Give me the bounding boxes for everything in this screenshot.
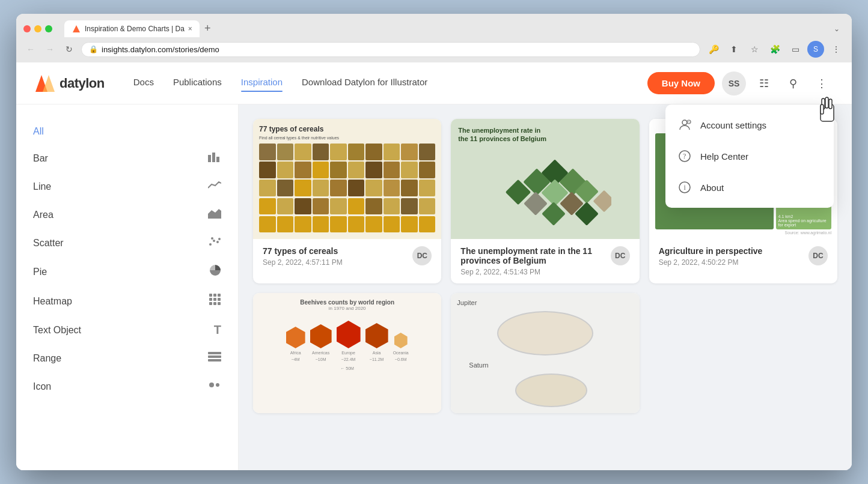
maximize-traffic-light[interactable] [45,25,52,32]
chart-title-agriculture: Agriculture in perspective [659,246,763,256]
about-label: About [700,183,724,193]
share-btn[interactable]: ⬆ [726,41,742,58]
svg-rect-16 [216,157,219,162]
app-header: datylon Docs Publications Inspiration Do… [16,62,852,104]
svg-rect-27 [213,298,216,301]
svg-point-35 [209,383,214,387]
svg-rect-14 [208,155,211,162]
tab-favicon [72,24,81,34]
svg-rect-15 [212,153,215,162]
line-chart-icon [208,180,221,193]
chat-icon-button[interactable]: ☷ [753,73,775,94]
chart-card-planets[interactable]: Jupiter Saturn [451,293,639,413]
sidebar-item-area[interactable]: Area [16,201,238,229]
account-settings-label: Account settings [700,120,766,130]
account-settings-icon [677,118,692,132]
traffic-lights [23,25,52,32]
browser-user-avatar[interactable]: S [807,41,824,58]
sidebar-item-all-label: All [33,126,221,137]
svg-point-20 [216,241,219,243]
svg-text:?: ? [683,152,686,160]
sidebar-toggle-btn[interactable]: ▭ [787,41,804,58]
lock-icon: 🔒 [89,45,98,53]
chart-thumbnail-belgium: The unemployment rate inthe 11 provinces… [451,119,639,239]
sidebar-item-line[interactable]: Line [16,172,238,201]
tab-close-button[interactable]: × [188,25,192,32]
svg-rect-29 [209,302,212,305]
sidebar-item-icon-label: Icon [33,381,208,392]
sidebar: All Bar Line [16,104,239,470]
svg-rect-32 [208,352,221,354]
sidebar-item-range-label: Range [33,353,208,364]
nav-inspiration[interactable]: Inspiration [241,77,283,89]
sidebar-item-bar[interactable]: Bar [16,144,238,172]
browser-actions: 🔑 ⬆ ☆ 🧩 ▭ S ⋮ [705,41,845,58]
svg-marker-0 [73,25,80,32]
help-center-item[interactable]: ? Help Center [665,141,834,172]
pie-chart-icon [209,264,221,279]
chart-card-cereals[interactable]: 77 types of cereals Find all cereal type… [253,119,441,283]
search-icon-button[interactable]: ⚲ [782,73,804,94]
header-actions: Buy Now SS ☷ ⚲ ⋮ [647,71,833,95]
svg-rect-31 [218,302,221,305]
chart-avatar-belgium: DC [611,246,630,265]
help-center-label: Help Center [700,151,748,162]
range-icon [208,351,221,365]
nav-download[interactable]: Download Datylon for Illustrator [302,77,427,89]
forward-button[interactable]: → [43,42,57,56]
sidebar-item-pie[interactable]: Pie [16,257,238,286]
sidebar-item-scatter[interactable]: Scatter [16,229,238,257]
url-text: insights.datylon.com/stories/demo [102,45,692,54]
about-item[interactable]: i About [665,172,834,203]
nav-docs[interactable]: Docs [133,77,154,89]
sidebar-item-heatmap[interactable]: Heatmap [16,286,238,316]
sidebar-item-range[interactable]: Range [16,344,238,372]
logo-area[interactable]: datylon [35,75,105,92]
minimize-traffic-light[interactable] [34,25,41,32]
bar-chart-icon [208,151,221,165]
tab-bar: Inspiration & Demo Charts | Da × + ⌄ [64,20,845,37]
chart-date-agriculture: Sep 2, 2022, 4:50:22 PM [659,258,763,267]
sidebar-item-text-object[interactable]: Text Object T [16,316,238,344]
svg-point-19 [213,240,215,242]
more-options-button[interactable]: ⋮ [811,73,833,94]
address-bar-row: ← → ↻ 🔒 insights.datylon.com/stories/dem… [16,37,852,62]
close-traffic-light[interactable] [23,25,31,32]
user-initials-avatar[interactable]: SS [722,71,746,95]
nav-links: Docs Publications Inspiration Download D… [133,77,647,89]
svg-rect-33 [208,355,221,358]
browser-window: Inspiration & Demo Charts | Da × + ⌄ ← →… [16,14,852,470]
app-content: datylon Docs Publications Inspiration Do… [16,62,852,470]
puzzle-btn[interactable]: 🧩 [766,41,783,58]
new-tab-button[interactable]: + [200,20,216,37]
active-tab[interactable]: Inspiration & Demo Charts | Da × [64,20,200,37]
address-bar[interactable]: 🔒 insights.datylon.com/stories/demo [81,42,700,57]
back-button[interactable]: ← [23,42,38,56]
chart-info-agriculture: Agriculture in perspective Sep 2, 2022, … [649,239,837,274]
dropdown-menu: Account settings ? Help Center [665,104,834,208]
datylon-logo-icon [35,75,55,92]
svg-point-18 [209,243,212,246]
key-icon-btn[interactable]: 🔑 [705,41,722,58]
svg-rect-23 [209,294,212,297]
sidebar-item-all[interactable]: All [16,119,238,144]
buy-now-button[interactable]: Buy Now [647,72,715,94]
bookmark-btn[interactable]: ☆ [746,41,763,58]
svg-text:i: i [684,183,686,192]
chart-card-belgium[interactable]: The unemployment rate inthe 11 provinces… [451,119,639,283]
chart-title-belgium: The unemployment rate in the 11 province… [460,246,610,265]
heatmap-icon [209,294,221,309]
browser-chrome: Inspiration & Demo Charts | Da × + ⌄ ← →… [16,14,852,62]
svg-point-22 [218,238,221,240]
nav-publications[interactable]: Publications [173,77,222,89]
chart-card-beehives[interactable]: Beehives counts by world region in 1970 … [253,293,441,413]
account-settings-item[interactable]: Account settings [665,109,834,141]
more-btn[interactable]: ⋮ [828,41,845,58]
svg-point-36 [216,383,219,387]
reload-button[interactable]: ↻ [62,42,76,56]
help-center-icon: ? [677,149,692,163]
svg-point-3 [682,120,687,125]
sidebar-item-line-label: Line [33,181,208,192]
svg-rect-30 [213,302,216,305]
sidebar-item-icon[interactable]: Icon [16,372,238,401]
